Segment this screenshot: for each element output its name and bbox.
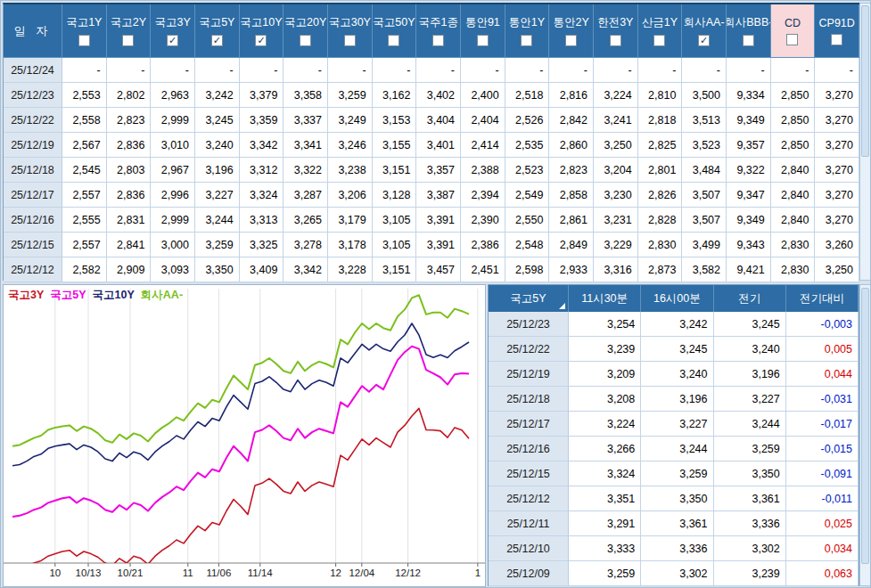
table-row: 25/12/123,3513,3503,361-0,011 [489, 486, 859, 511]
column-header[interactable]: 한전3Y [594, 4, 638, 58]
value-cell: 3,324 [569, 461, 641, 486]
value-cell: 3,270 [815, 108, 859, 133]
value-cell: 3,244 [714, 412, 786, 437]
value-cell: 3,244 [195, 208, 240, 233]
column-header[interactable]: 통안2Y [549, 4, 594, 58]
column-checkbox[interactable] [521, 35, 532, 46]
column-checkbox[interactable] [653, 35, 665, 46]
column-label: 국고10Y [240, 15, 282, 30]
value-cell: 3,239 [569, 337, 641, 362]
value-cell: 3,404 [416, 108, 461, 133]
column-header[interactable]: 국고10Y [240, 4, 284, 58]
quote-series-selector[interactable]: 국고5Y [489, 285, 569, 312]
date-cell: 25/12/22 [4, 108, 62, 133]
value-cell: 3,259 [641, 461, 713, 486]
column-label: 통안2Y [554, 15, 589, 30]
value-cell: 3,250 [815, 257, 859, 282]
column-checkbox[interactable] [743, 35, 754, 46]
value-cell: 3,105 [373, 208, 417, 233]
x-axis-label: 11/06 [206, 568, 231, 578]
value-cell: 3,230 [594, 183, 638, 208]
column-checkbox[interactable] [477, 35, 489, 46]
value-cell: 9,357 [727, 133, 771, 158]
scrollbar-thumb[interactable] [861, 288, 869, 564]
value-cell: 3,259 [714, 437, 786, 461]
quote-table-scrollbar[interactable] [859, 284, 871, 586]
value-cell: 3,260 [815, 233, 859, 257]
table-row: 25/12/172,5572,8362,9963,2273,3243,2873,… [4, 183, 859, 208]
value-cell: 3,206 [328, 183, 373, 208]
value-cell: 3,350 [195, 257, 240, 282]
rates-table-scrollbar[interactable] [859, 3, 871, 281]
table-row: 25/12/113,2913,3613,3360,025 [489, 511, 859, 536]
column-header[interactable]: CD [771, 4, 816, 58]
column-header[interactable]: 국고30Y [328, 4, 373, 58]
value-cell: 2,823 [549, 158, 594, 183]
x-axis-label: 12/12 [395, 568, 421, 578]
column-header[interactable]: 국고3Y [151, 4, 195, 58]
column-header[interactable]: 국고1Y [62, 4, 107, 58]
column-checkbox[interactable] [831, 34, 842, 45]
column-label: 국고30Y [329, 15, 371, 30]
value-cell: 3,402 [416, 83, 461, 108]
date-column-header: 일 자 [4, 4, 62, 58]
column-checkbox[interactable] [565, 35, 577, 46]
value-cell: 2,860 [549, 133, 594, 158]
column-header[interactable]: 국고20Y [283, 4, 328, 58]
value-cell: 3,179 [328, 208, 373, 233]
value-cell: 3,240 [641, 362, 713, 387]
table-row: 25/12/122,5822,9093,0933,3503,4093,3423,… [4, 257, 859, 282]
value-cell: 3,208 [569, 387, 641, 412]
value-cell: 2,802 [107, 83, 152, 108]
value-cell: - [151, 58, 195, 83]
column-checkbox[interactable] [122, 35, 134, 46]
column-header[interactable]: CP91D [815, 4, 859, 58]
column-checkbox[interactable] [78, 35, 90, 46]
column-checkbox[interactable] [786, 34, 798, 45]
value-cell: 3,312 [240, 158, 284, 183]
column-checkbox[interactable] [255, 35, 267, 46]
value-cell: 2,840 [771, 183, 816, 208]
value-cell: 3,401 [416, 133, 461, 158]
value-cell: 3,313 [240, 208, 284, 233]
column-header[interactable]: 산금1Y [638, 4, 683, 58]
value-cell: 3,342 [283, 257, 328, 282]
column-header[interactable]: 통안91 [461, 4, 505, 58]
column-checkbox[interactable] [300, 35, 311, 46]
column-header[interactable]: 국주1종 [416, 4, 461, 58]
column-header[interactable]: 국고2Y [107, 4, 152, 58]
table-row: 25/12/152,5572,8413,0003,2593,3253,2783,… [4, 233, 859, 257]
column-label: 국고1Y [66, 15, 102, 30]
value-cell: 3,316 [594, 257, 638, 282]
value-cell: 3,302 [714, 536, 786, 561]
x-axis-label: 11 [183, 568, 193, 578]
column-header[interactable]: 국고5Y [195, 4, 240, 58]
value-cell: - [62, 58, 107, 83]
column-checkbox[interactable] [344, 35, 356, 46]
value-cell: 2,523 [505, 158, 550, 183]
value-cell: 2,558 [62, 108, 107, 133]
value-cell: 2,388 [461, 158, 505, 183]
value-cell: 2,999 [151, 208, 195, 233]
value-cell: 2,836 [107, 133, 152, 158]
column-checkbox[interactable] [388, 35, 399, 46]
column-header[interactable]: 회사BBB- [727, 4, 771, 58]
column-checkbox[interactable] [211, 35, 223, 46]
column-checkbox[interactable] [432, 35, 444, 46]
value-cell: - [727, 58, 771, 83]
value-cell: - [416, 58, 461, 83]
column-checkbox[interactable] [167, 35, 178, 46]
date-cell: 25/12/11 [489, 511, 569, 536]
column-checkbox[interactable] [698, 35, 710, 46]
x-axis-label: 10/21 [118, 568, 144, 578]
date-cell: 25/12/24 [4, 58, 62, 83]
value-cell: 9,347 [727, 183, 771, 208]
value-cell: 9,421 [727, 257, 771, 282]
x-axis-label: 1 [475, 568, 481, 578]
column-checkbox[interactable] [610, 35, 621, 46]
column-header[interactable]: 국고50Y [373, 4, 417, 58]
value-cell: 3,391 [416, 233, 461, 257]
column-header[interactable]: 회사AA- [682, 4, 727, 58]
column-header[interactable]: 통안1Y [505, 4, 550, 58]
scrollbar-thumb[interactable] [861, 5, 869, 157]
